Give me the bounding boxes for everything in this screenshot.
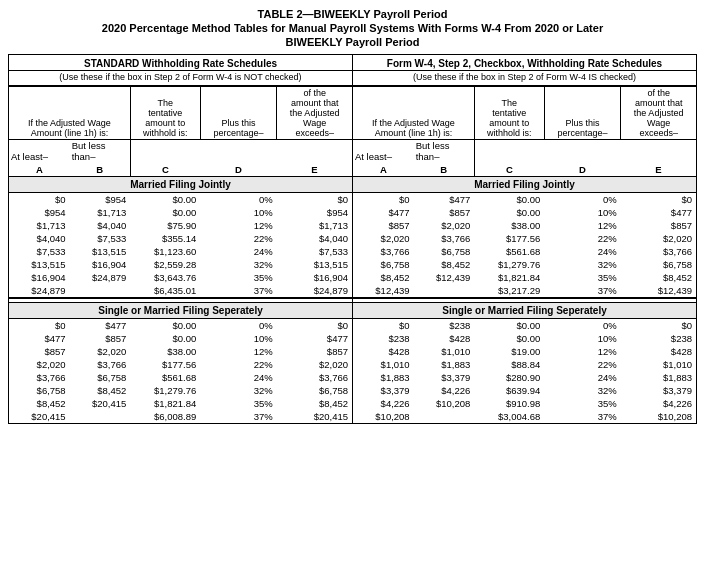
period-label: BIWEEKLY Payroll Period <box>8 36 697 48</box>
table-row: $1,883$3,379$280.9024%$1,883 <box>353 371 696 384</box>
right-section-header: Form W-4, Step 2, Checkbox, Withholding … <box>353 55 696 71</box>
table-row: $0$477$0.000%$0 <box>9 318 352 332</box>
table-row: $2,020$3,766$177.5622%$2,020 <box>353 232 696 245</box>
table-row: $3,766$6,758$561.6824%$3,766 <box>353 245 696 258</box>
right-married-header: Married Filing Jointly <box>353 177 696 193</box>
table-row: $0$238$0.000%$0 <box>353 318 696 332</box>
table-row: $3,766$6,758$561.6824%$3,766 <box>9 371 352 384</box>
table-row: $0$954$0.000%$0 <box>9 193 352 207</box>
table-row: $428$1,010$19.0012%$428 <box>353 345 696 358</box>
table-row: $238$428$0.0010%$238 <box>353 332 696 345</box>
left-section-header: STANDARD Withholding Rate Schedules <box>9 55 352 71</box>
table-row: $24,879$6,435.0137%$24,879 <box>9 284 352 298</box>
table-row: $16,904$24,879$3,643.7635%$16,904 <box>9 271 352 284</box>
table-row: $7,533$13,515$1,123.6024%$7,533 <box>9 245 352 258</box>
table-row: $1,713$4,040$75.9012%$1,713 <box>9 219 352 232</box>
table-row: $3,379$4,226$639.9432%$3,379 <box>353 384 696 397</box>
table-row: $8,452$20,415$1,821.8435%$8,452 <box>9 397 352 410</box>
table-row: $6,758$8,452$1,279.7632%$6,758 <box>9 384 352 397</box>
table-row: $2,020$3,766$177.5622%$2,020 <box>9 358 352 371</box>
table-row: $20,415$6,008.8937%$20,415 <box>9 410 352 423</box>
table-row: $857$2,020$38.0012%$857 <box>9 345 352 358</box>
left-table: If the Adjusted WageAmount (line 1h) is:… <box>9 86 352 423</box>
right-section-subheader: (Use these if the box in Step 2 of Form … <box>353 71 696 86</box>
left-single-header: Single or Married Filing Seperately <box>9 302 352 318</box>
left-section-subheader: (Use these if the box in Step 2 of Form … <box>9 71 352 86</box>
right-table: If the Adjusted WageAmount (line 1h) is:… <box>353 86 696 423</box>
table-row: $4,226$10,208$910.9835%$4,226 <box>353 397 696 410</box>
table-row: $857$2,020$38.0012%$857 <box>353 219 696 232</box>
table-row: $8,452$12,439$1,821.8435%$8,452 <box>353 271 696 284</box>
page-title: TABLE 2—BIWEEKLY Payroll Period <box>8 8 697 20</box>
main-table: STANDARD Withholding Rate Schedules (Use… <box>8 54 697 424</box>
table-row: $954$1,713$0.0010%$954 <box>9 206 352 219</box>
table-row: $6,758$8,452$1,279.7632%$6,758 <box>353 258 696 271</box>
table-row: $1,010$1,883$88.8422%$1,010 <box>353 358 696 371</box>
page-subtitle: 2020 Percentage Method Tables for Manual… <box>8 22 697 34</box>
table-row: $0$477$0.000%$0 <box>353 193 696 207</box>
table-row: $477$857$0.0010%$477 <box>9 332 352 345</box>
left-married-header: Married Filing Jointly <box>9 177 352 193</box>
table-row: $4,040$7,533$355.1422%$4,040 <box>9 232 352 245</box>
table-row: $477$857$0.0010%$477 <box>353 206 696 219</box>
right-single-header: Single or Married Filing Seperately <box>353 302 696 318</box>
table-row: $12,439$3,217.2937%$12,439 <box>353 284 696 298</box>
table-row: $10,208$3,004.6837%$10,208 <box>353 410 696 423</box>
table-row: $13,515$16,904$2,559.2832%$13,515 <box>9 258 352 271</box>
